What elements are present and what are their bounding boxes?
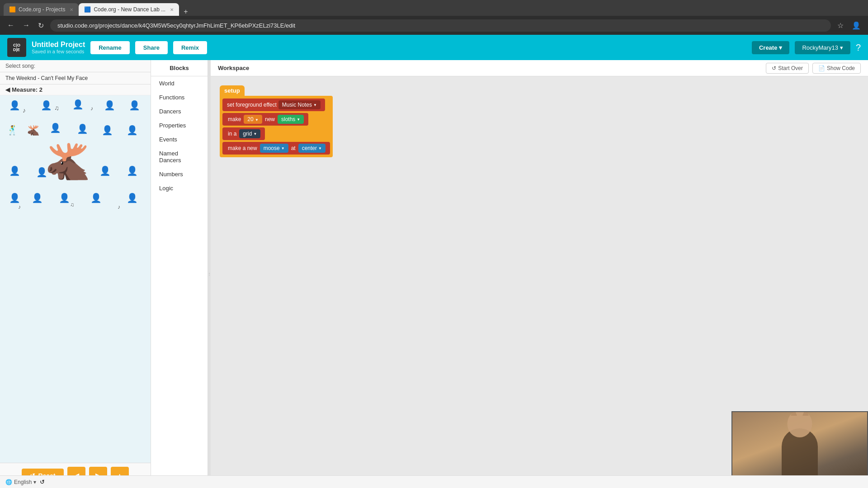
music-notes-arrow: ▼ [313, 103, 317, 107]
dancer-11: 👤 [9, 165, 20, 176]
song-selector[interactable]: The Weeknd - Can't Feel My Face [0, 72, 151, 84]
set-foreground-label: set foreground effect [227, 102, 277, 108]
blocks-panel: Blocks World Functions Dancers Propertie… [151, 60, 208, 488]
sidebar-item-world[interactable]: World [151, 76, 208, 90]
workspace-header: Workspace ↺ Start Over 📄 Show Code [211, 60, 868, 76]
user-button[interactable]: RockyMary13 ▾ [795, 41, 850, 54]
help-button[interactable]: ? [856, 42, 861, 53]
tab-bar: 🟧 Code.org - Projects ✕ 🟦 Code.org - New… [4, 0, 864, 16]
sidebar-item-properties[interactable]: Properties [151, 118, 208, 132]
blocks-header: Blocks [151, 60, 208, 76]
create-button[interactable]: Create ▾ [752, 41, 789, 54]
sloths-dropdown[interactable]: sloths ▼ [278, 115, 304, 124]
dancer-12: 👤 [36, 167, 47, 178]
rename-button[interactable]: Rename [90, 41, 130, 54]
setup-block-container: setup set foreground effect Music Notes … [220, 85, 333, 157]
lang-arrow: ▾ [33, 479, 36, 485]
remix-button[interactable]: Remix [173, 41, 207, 54]
make-a-new-label: make a new [227, 145, 258, 151]
sidebar-item-logic[interactable]: Logic [151, 181, 208, 195]
tab-2[interactable]: 🟦 Code.org - New Dance Lab ... ✕ [79, 3, 179, 16]
make-new-block[interactable]: make a new moose ▼ at center ▼ [222, 142, 330, 155]
sidebar-item-numbers[interactable]: Numbers [151, 167, 208, 181]
music-note-4: ♪ [18, 204, 21, 210]
workspace-label: Workspace [218, 65, 249, 71]
url-input[interactable] [50, 19, 831, 32]
setup-label[interactable]: setup [220, 85, 245, 96]
grid-arrow: ▼ [253, 132, 257, 136]
workspace-panel: Workspace ↺ Start Over 📄 Show Code setup [211, 60, 868, 488]
music-notes-label: Music Notes [282, 102, 312, 108]
back-button[interactable]: ← [5, 19, 16, 31]
back-arrow-small[interactable]: ◀ [5, 86, 10, 93]
sidebar-item-dancers[interactable]: Dancers [151, 104, 208, 118]
refresh-icon[interactable]: ↺ [40, 479, 45, 485]
center-dropdown[interactable]: center ▼ [298, 144, 326, 153]
share-button[interactable]: Share [135, 41, 168, 54]
dancer-4: 👤 [104, 100, 115, 111]
grid-label: grid [243, 131, 252, 137]
sidebar-item-named-dancers[interactable]: Named Dancers [151, 146, 208, 167]
status-bar: 🌐 English ▾ ↺ [0, 475, 868, 488]
dancer-3: 👤 [72, 99, 84, 110]
user-label: RockyMary13 [802, 44, 838, 51]
in-a-label: in a [227, 131, 237, 137]
make-block[interactable]: make 20 ▼ new sloths ▼ [222, 113, 308, 126]
code-row-2: make 20 ▼ new sloths ▼ [222, 113, 330, 126]
dancer-14: 👤 [127, 165, 138, 176]
tab1-close[interactable]: ✕ [70, 7, 73, 12]
refresh-button[interactable]: ↻ [36, 19, 46, 32]
dancer-2: 👤 [41, 100, 52, 111]
make-label: make [227, 116, 242, 122]
measure-bar: ◀ Measure: 2 [0, 84, 151, 95]
address-bar: ← → ↻ ☆ 👤 [0, 16, 868, 35]
grid-dropdown[interactable]: grid ▼ [239, 129, 260, 138]
forward-button[interactable]: → [21, 19, 32, 31]
language-label: English [14, 479, 32, 485]
dancer-8: 👤 [77, 123, 88, 134]
new-tab-button[interactable]: + [181, 8, 190, 16]
song-name: The Weeknd - Can't Feel My Face [5, 75, 88, 81]
block-body: set foreground effect Music Notes ▼ make [220, 96, 333, 157]
moose-arrow: ▼ [281, 146, 285, 150]
dancer-6: 🕺 [7, 125, 18, 136]
stage-panel: Select song: The Weeknd - Can't Feel My … [0, 60, 151, 488]
logo: C|OD|E [7, 38, 26, 57]
sloths-arrow: ▼ [297, 117, 300, 122]
workspace-actions: ↺ Start Over 📄 Show Code [766, 63, 861, 74]
moose-dropdown[interactable]: moose ▼ [260, 144, 288, 153]
sidebar-item-events[interactable]: Events [151, 132, 208, 146]
start-over-icon: ↺ [772, 65, 776, 71]
code-row-4: make a new moose ▼ at center ▼ [222, 142, 330, 155]
code-row-1: set foreground effect Music Notes ▼ [222, 99, 330, 111]
dancer-17: 👤 [59, 192, 70, 203]
profile-icon[interactable]: 👤 [850, 19, 863, 32]
sidebar-item-functions[interactable]: Functions [151, 90, 208, 104]
create-label: Create [759, 44, 777, 51]
app-header: C|OD|E Untitled Project Saved in a few s… [0, 35, 868, 60]
set-foreground-block[interactable]: set foreground effect Music Notes ▼ [222, 99, 325, 111]
language-selector[interactable]: 🌐 English ▾ [5, 479, 36, 485]
tab1-title: Code.org - Projects [19, 6, 65, 13]
globe-icon: 🌐 [5, 479, 12, 485]
tab-1[interactable]: 🟧 Code.org - Projects ✕ [4, 3, 79, 16]
music-notes-dropdown[interactable]: Music Notes ▼ [278, 100, 321, 109]
make-value[interactable]: 20 ▼ [244, 115, 262, 124]
browser-chrome: 🟧 Code.org - Projects ✕ 🟦 Code.org - New… [0, 0, 868, 16]
dancer-19: 👤 [127, 192, 138, 203]
tab2-title: Code.org - New Dance Lab ... [94, 6, 165, 13]
music-note-1: ♪ [23, 107, 26, 114]
music-note-3: ♪ [90, 105, 93, 112]
dancer-15: 👤 [9, 192, 20, 203]
music-note-2: ♫ [54, 104, 59, 112]
show-code-button[interactable]: 📄 Show Code [812, 63, 861, 74]
start-over-button[interactable]: ↺ Start Over [766, 63, 809, 74]
in-a-block[interactable]: in a grid ▼ [222, 127, 265, 140]
center-arrow: ▼ [318, 146, 322, 150]
dancer-5: 👤 [129, 100, 140, 111]
project-info: Untitled Project Saved in a few seconds [32, 41, 85, 54]
dancer-7: 👤 [50, 122, 61, 133]
main-content: Select song: The Weeknd - Can't Feel My … [0, 60, 868, 488]
tab2-close[interactable]: ✕ [170, 7, 174, 12]
bookmark-icon[interactable]: ☆ [835, 19, 845, 32]
